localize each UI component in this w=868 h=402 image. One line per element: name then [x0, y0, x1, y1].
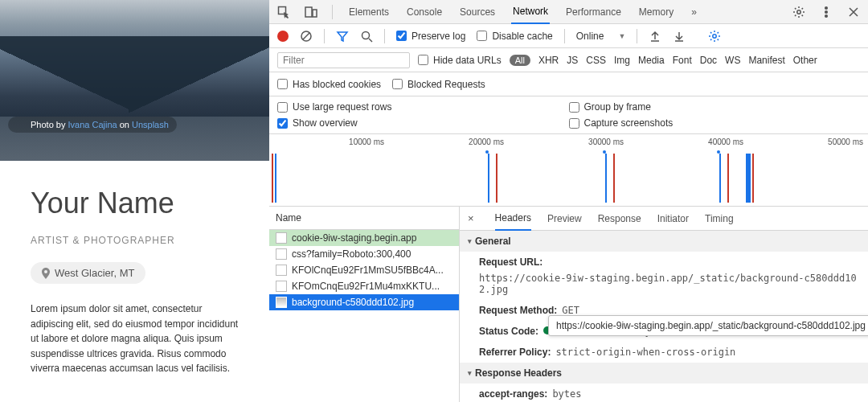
blocked-row: Has blocked cookies Blocked Requests [269, 72, 868, 96]
filter-img[interactable]: Img [614, 55, 630, 66]
filter-input[interactable] [277, 52, 410, 68]
blocked-requests-checkbox[interactable]: Blocked Requests [392, 79, 485, 90]
capture-screenshots-checkbox[interactable]: Capture screenshots [569, 117, 861, 129]
filter-ws[interactable]: WS [725, 55, 740, 66]
file-icon [276, 281, 287, 292]
tab-more[interactable]: » [690, 1, 698, 23]
network-lower: Name cookie-9iw-staging.begin.app css?fa… [269, 207, 868, 402]
hero-image: Photo by Ivana Cajina on Unsplash [0, 0, 269, 161]
credit-on: on [117, 120, 132, 129]
svg-point-9 [713, 34, 716, 37]
file-icon [276, 232, 287, 244]
tick: 30000 ms [509, 134, 628, 146]
show-overview-checkbox[interactable]: Show overview [277, 117, 569, 129]
profile-name: Your Name [31, 187, 239, 220]
dtab-headers[interactable]: Headers [495, 207, 531, 231]
preserve-log-checkbox[interactable]: Preserve log [396, 31, 465, 42]
group-by-frame-checkbox[interactable]: Group by frame [569, 101, 861, 113]
location-badge: West Glacier, MT [31, 262, 145, 284]
credit-author-link[interactable]: Ivana Cajina [68, 120, 117, 129]
download-har-icon[interactable] [673, 30, 686, 43]
accept-ranges: accept-ranges:bytes [460, 384, 868, 402]
general-section[interactable]: General [460, 231, 868, 252]
dtab-preview[interactable]: Preview [547, 207, 582, 230]
profile-subtitle: ARTIST & PHOTOGRAPHER [31, 235, 239, 246]
filter-font[interactable]: Font [673, 55, 692, 66]
request-row[interactable]: cookie-9iw-staging.begin.app [269, 230, 459, 246]
tick: 10000 ms [269, 134, 389, 146]
svg-point-4 [825, 6, 828, 9]
request-list: Name cookie-9iw-staging.begin.app css?fa… [269, 207, 460, 402]
timeline-overview[interactable]: 10000 ms 20000 ms 30000 ms 40000 ms 5000… [269, 134, 868, 207]
search-icon[interactable] [360, 30, 373, 43]
tab-performance[interactable]: Performance [564, 1, 623, 23]
response-headers-section[interactable]: Response Headers [460, 363, 868, 384]
referrer-policy: Referrer Policy:strict-origin-when-cross… [460, 342, 868, 363]
has-blocked-cookies-checkbox[interactable]: Has blocked cookies [277, 79, 381, 90]
website-preview: Photo by Ivana Cajina on Unsplash Your N… [0, 0, 269, 402]
kebab-icon[interactable] [820, 6, 833, 18]
svg-point-6 [825, 14, 828, 17]
clear-icon[interactable] [300, 30, 313, 43]
filter-icon[interactable] [336, 30, 349, 43]
svg-rect-2 [313, 10, 317, 17]
close-icon[interactable] [847, 6, 860, 18]
request-row[interactable]: KFOlCnqEu92Fr1MmSU5fBBc4A... [269, 262, 459, 278]
file-icon [276, 248, 287, 260]
svg-point-3 [797, 10, 800, 13]
dtab-timing[interactable]: Timing [705, 207, 734, 230]
tick: 20000 ms [389, 134, 509, 146]
request-row[interactable]: css?family=Roboto:300,400 [269, 246, 459, 262]
svg-rect-1 [305, 7, 312, 17]
tab-elements[interactable]: Elements [347, 1, 391, 23]
filter-xhr[interactable]: XHR [538, 55, 559, 66]
throttling-select[interactable]: Online▼ [576, 31, 626, 42]
tab-memory[interactable]: Memory [637, 1, 675, 23]
record-button[interactable] [277, 31, 289, 42]
devtools-tabbar: Elements Console Sources Network Perform… [269, 0, 868, 24]
svg-point-5 [825, 10, 828, 13]
filter-js[interactable]: JS [567, 55, 578, 66]
dtab-initiator[interactable]: Initiator [657, 207, 689, 230]
use-large-rows-checkbox[interactable]: Use large request rows [277, 101, 569, 113]
tick: 40000 ms [628, 134, 748, 146]
credit-prefix: Photo by [31, 120, 68, 129]
headers-pane[interactable]: General Request URL:https://cookie-9iw-s… [460, 231, 868, 402]
request-url: Request URL:https://cookie-9iw-staging.b… [460, 252, 868, 300]
credit-source-link[interactable]: Unsplash [132, 120, 169, 129]
devtools-panel: Elements Console Sources Network Perform… [269, 0, 868, 402]
image-file-icon [276, 297, 287, 308]
svg-point-8 [362, 31, 370, 39]
url-tooltip: https://cookie-9iw-staging.begin.app/_st… [548, 315, 868, 336]
inspect-icon[interactable] [277, 6, 290, 18]
disable-cache-checkbox[interactable]: Disable cache [477, 31, 552, 42]
filter-manifest[interactable]: Manifest [748, 55, 784, 66]
network-settings-icon[interactable] [708, 30, 721, 43]
location-text: West Glacier, MT [55, 267, 134, 279]
request-row-selected[interactable]: background-c580ddd102.jpg [269, 294, 459, 310]
column-name[interactable]: Name [269, 207, 459, 230]
request-details: × Headers Preview Response Initiator Tim… [460, 207, 868, 402]
filter-other[interactable]: Other [793, 55, 817, 66]
tab-network[interactable]: Network [511, 0, 550, 24]
network-toolbar: Preserve log Disable cache Online▼ [269, 24, 868, 48]
filter-media[interactable]: Media [638, 55, 665, 66]
tab-sources[interactable]: Sources [458, 1, 497, 23]
close-details-icon[interactable]: × [468, 212, 474, 224]
bio-text: Lorem ipsum dolor sit amet, consectetur … [31, 302, 239, 376]
settings-icon[interactable] [792, 6, 805, 18]
view-options: Use large request rows Show overview Gro… [269, 96, 868, 134]
pin-icon [42, 268, 50, 279]
tab-console[interactable]: Console [405, 1, 444, 23]
hide-data-urls-checkbox[interactable]: Hide data URLs [418, 55, 502, 66]
filter-css[interactable]: CSS [586, 55, 606, 66]
details-tabbar: × Headers Preview Response Initiator Tim… [460, 207, 868, 231]
upload-har-icon[interactable] [649, 30, 661, 43]
device-toggle-icon[interactable] [305, 6, 317, 18]
filter-doc[interactable]: Doc [700, 55, 717, 66]
tick: 50000 ms [748, 134, 868, 146]
content-area: Your Name ARTIST & PHOTOGRAPHER West Gla… [0, 161, 269, 402]
filter-all[interactable]: All [510, 55, 530, 66]
request-row[interactable]: KFOmCnqEu92Fr1Mu4mxKKTU... [269, 278, 459, 294]
dtab-response[interactable]: Response [598, 207, 641, 230]
